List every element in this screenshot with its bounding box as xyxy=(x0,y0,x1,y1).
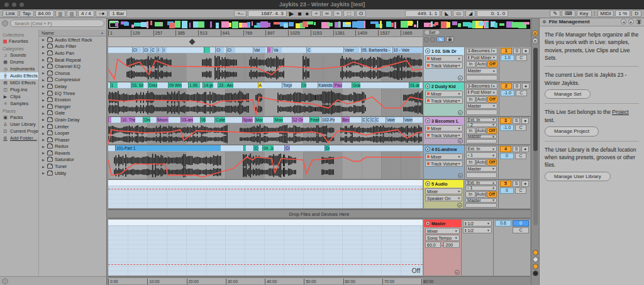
solo-button[interactable]: S xyxy=(513,181,520,187)
track-fold-icon[interactable]: ▾ xyxy=(425,84,430,89)
output-chooser[interactable]: Master▼ xyxy=(466,166,497,172)
device-list-item[interactable]: ▶Beat Repeat xyxy=(39,57,106,64)
track-fold-icon[interactable]: ▾ xyxy=(425,181,430,186)
input-channel-chooser[interactable]: ‖1/2▼ xyxy=(463,227,492,233)
metronome-icon[interactable]: ○● xyxy=(96,10,108,17)
sidebar-item-sounds[interactable]: ♫Sounds xyxy=(0,52,38,59)
cue-volume-field[interactable]: 0 xyxy=(513,220,529,226)
track-name-header[interactable]: ▾5 Audio xyxy=(424,180,464,187)
monitor-auto-button[interactable]: Auto xyxy=(476,61,486,67)
expand-arrow-icon[interactable]: ▶ xyxy=(42,71,45,75)
device-list-item[interactable]: ▶Compressor xyxy=(39,77,106,84)
device-list-item[interactable]: ▶Delay xyxy=(39,83,106,90)
add-automation-lane-button[interactable]: + xyxy=(455,270,460,275)
close-panel-icon[interactable]: ⊗ xyxy=(542,19,547,25)
device-chooser-1[interactable]: Mixer▼ xyxy=(425,55,463,62)
arm-button[interactable]: ● xyxy=(521,118,529,124)
drop-files-hint[interactable]: Drop Files and Devices Here xyxy=(108,210,530,218)
arrangement-overview[interactable] xyxy=(108,20,530,29)
scrub-area[interactable] xyxy=(108,37,423,47)
track-name-block[interactable]: ▾MasterMixer▼Song Tempo▼60.0-200+ xyxy=(424,220,462,276)
track-activator-button[interactable]: 5 xyxy=(500,181,511,187)
monitor-off-button[interactable]: Off xyxy=(487,96,497,103)
track-lane[interactable]: 10. TheOneMoon03-and06CollecSpaceMooMoon… xyxy=(108,117,423,144)
arm-button[interactable]: ● xyxy=(522,83,530,89)
device-list-item[interactable]: ▶Audio Effect Rack xyxy=(39,36,106,43)
expand-arrow-icon[interactable]: ▶ xyxy=(42,91,45,95)
manage-set-button[interactable]: Manage Set xyxy=(545,89,591,99)
input-channel-chooser[interactable]: ‖Post Mixer▼ xyxy=(466,55,497,61)
input-type-chooser[interactable]: Ext. In▼ xyxy=(466,146,497,152)
device-list-item[interactable]: ▶Auto Filter xyxy=(39,43,106,50)
track-name-block[interactable]: ▾1 03. Silk DrMixer▼Track Volume▼+ xyxy=(424,47,465,81)
device-chooser-2[interactable]: Song Tempo▼ xyxy=(425,235,460,241)
time-ruler[interactable]: 0:0010:0020:0030:0040:0050:0060:0070:008… xyxy=(108,277,423,284)
automation-line-dashed[interactable] xyxy=(108,264,423,265)
track-lane[interactable]: Off xyxy=(108,220,423,276)
volume-field[interactable]: -1.0 xyxy=(500,125,514,131)
key-map-button[interactable]: Key xyxy=(577,10,592,17)
device-list-item[interactable]: ▶Phaser xyxy=(39,137,106,143)
expand-arrow-icon[interactable]: ▶ xyxy=(42,125,45,128)
set-button[interactable]: Set xyxy=(424,30,440,35)
overdub-button[interactable]: + xyxy=(311,10,321,17)
device-list-item[interactable]: ▶Tuner xyxy=(39,163,106,170)
track-name-block[interactable]: ▾2 Dusty KidMixer▼Track Volume▼+ xyxy=(424,82,465,116)
output-chooser[interactable]: Master▼ xyxy=(466,103,497,109)
track-lane[interactable]: 103. SilkDrear09 Wint1.09. S14-jed23 - A… xyxy=(108,82,423,116)
device-chooser-2[interactable]: Track Volume▼ xyxy=(425,132,463,138)
expand-arrow-icon[interactable]: ▶ xyxy=(42,118,45,121)
expand-arrow-icon[interactable]: ▶ xyxy=(42,131,45,135)
track-name-header[interactable]: ▾1 03. Silk Dr xyxy=(424,47,464,55)
device-list-item[interactable]: ▶Grain Delay xyxy=(39,116,106,123)
expand-arrow-icon[interactable]: ▶ xyxy=(42,58,45,62)
track-name-block[interactable]: ▾3 Becomes LMixer▼Track Volume▼+ xyxy=(424,117,465,144)
device-list-item[interactable]: ▶EQ Three xyxy=(39,90,106,97)
nav-forward-icon[interactable]: ▸ xyxy=(628,19,634,25)
automation-line[interactable] xyxy=(108,47,423,81)
device-list-item[interactable]: ▶Reverb xyxy=(39,150,106,157)
sidebar-item-audio-effects[interactable]: ╫Audio Effects xyxy=(0,72,38,79)
nav-back-icon[interactable]: ◂ xyxy=(621,19,626,25)
pan-field[interactable]: C xyxy=(516,90,527,96)
time-signature-field[interactable]: 4 / 4 xyxy=(78,10,94,17)
monitor-in-button[interactable]: In xyxy=(466,128,476,134)
manage-user-library-button[interactable]: Manage User Library xyxy=(545,172,611,182)
device-chooser-1[interactable]: Mixer▼ xyxy=(425,91,463,97)
device-list-item[interactable]: ▶Saturator xyxy=(39,157,106,164)
tempo-max-field[interactable]: 200 xyxy=(443,242,459,248)
track-name-header[interactable]: ▾Master xyxy=(424,220,461,227)
crossfade-b-toggle[interactable] xyxy=(533,264,538,269)
expand-arrow-icon[interactable]: ▶ xyxy=(42,84,45,88)
monitor-auto-button[interactable]: Auto xyxy=(476,96,486,103)
input-type-chooser[interactable]: 3-Becomes I▼ xyxy=(466,83,497,89)
name-column-header[interactable]: Name ▲ xyxy=(39,30,106,36)
track-name-block[interactable]: ▾4 01-andrewMixer▼Track Volume▼+ xyxy=(424,145,465,179)
volume-field[interactable]: 0 xyxy=(500,187,514,194)
track-activator-button[interactable]: 1 xyxy=(501,48,512,54)
zoom-window-icon[interactable] xyxy=(19,3,24,7)
add-automation-lane-button[interactable]: + xyxy=(458,110,463,115)
expand-arrow-icon[interactable]: ▶ xyxy=(42,45,45,48)
sidebar-item-midi-effects[interactable]: ▤MIDI Effects xyxy=(0,79,38,86)
expand-arrow-icon[interactable]: ▶ xyxy=(42,65,45,69)
track-lane[interactable]: ClClCIIClClValIVaCValer05. Barbarella - … xyxy=(108,47,423,81)
track-fold-icon[interactable]: ▾ xyxy=(425,118,430,123)
arm-button[interactable]: ● xyxy=(521,146,529,152)
input-type-chooser[interactable]: Ext. In▼ xyxy=(465,181,497,185)
sidebar-item-add-folder-[interactable]: ⊞Add Folder... xyxy=(0,135,38,142)
expand-arrow-icon[interactable]: ▶ xyxy=(42,104,45,108)
monitor-in-button[interactable]: In xyxy=(466,159,476,165)
loop-switch[interactable]: ▭ xyxy=(453,10,464,17)
expand-arrow-icon[interactable]: ▶ xyxy=(42,171,45,175)
tap-tempo-button[interactable]: Tap xyxy=(19,10,34,17)
tempo-field[interactable]: 84.00 xyxy=(35,10,54,17)
nudge-down-button[interactable]: ||| xyxy=(55,10,65,17)
draw-automation-icon[interactable]: ✎ xyxy=(436,36,445,42)
loop-length-field[interactable]: 0. 1. 0 xyxy=(477,10,508,17)
solo-button[interactable]: S xyxy=(513,83,521,89)
expand-arrow-icon[interactable]: ▶ xyxy=(42,165,45,169)
track-lane[interactable] xyxy=(108,180,423,208)
sidebar-item-user-library[interactable]: ♙User Library xyxy=(0,121,38,128)
monitor-in-button[interactable]: In xyxy=(466,96,476,103)
